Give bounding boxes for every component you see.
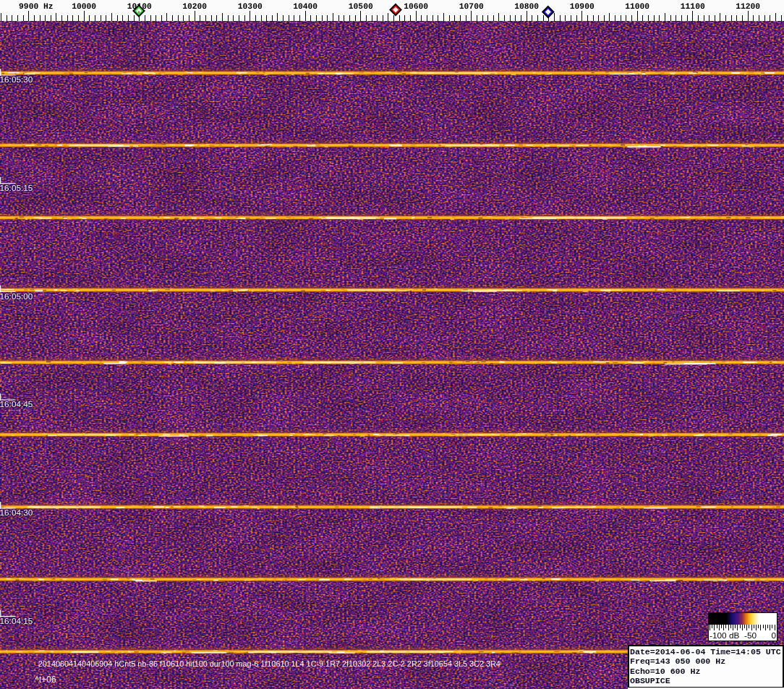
svg-text:10200: 10200 — [182, 3, 207, 12]
svg-text:10800: 10800 — [514, 3, 539, 12]
svg-text:10900: 10900 — [570, 3, 595, 12]
svg-text:9900 Hz: 9900 Hz — [19, 3, 53, 12]
svg-text:10300: 10300 — [238, 3, 263, 12]
svg-text:10000: 10000 — [72, 3, 96, 12]
svg-text:10500: 10500 — [349, 3, 373, 12]
svg-text:11200: 11200 — [736, 3, 760, 12]
svg-text:10700: 10700 — [459, 3, 484, 12]
svg-text:10400: 10400 — [293, 3, 318, 12]
svg-text:11100: 11100 — [681, 3, 705, 12]
svg-text:11000: 11000 — [625, 3, 649, 12]
svg-text:10600: 10600 — [404, 3, 428, 12]
